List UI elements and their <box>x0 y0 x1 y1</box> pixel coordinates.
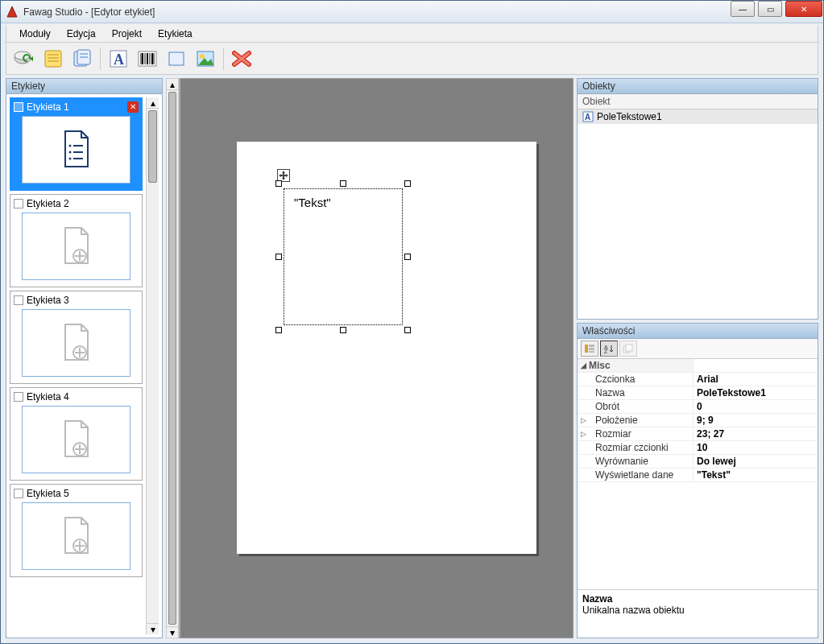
prop-category: ◢Misc <box>578 359 693 372</box>
label-close-1[interactable]: ✕ <box>127 101 139 113</box>
toolbar-notes[interactable] <box>69 46 95 72</box>
expand-icon[interactable]: ▷ <box>581 430 586 438</box>
objects-panel-header: Obiekty <box>578 79 818 94</box>
toolbar-sep-2 <box>223 47 224 70</box>
label-checkbox-3[interactable] <box>14 295 23 305</box>
label-preview-4 <box>22 406 130 473</box>
props-pages-button[interactable] <box>619 341 637 357</box>
menu-moduly[interactable]: Moduły <box>11 27 59 41</box>
labels-scrollbar[interactable]: ▴ ▾ <box>146 97 159 634</box>
properties-desc-title: Nazwa <box>582 593 813 605</box>
label-item-4[interactable]: Etykieta 4 <box>10 387 143 481</box>
properties-panel-header: Właściwości <box>578 324 818 339</box>
properties-panel: Właściwości AZ ◢Misc CzcionkaArial Nazw <box>577 323 818 638</box>
app-window: Fawag Studio - [Edytor etykiet] — ▭ ✕ Mo… <box>0 0 824 644</box>
label-item-3[interactable]: Etykieta 3 <box>10 291 143 384</box>
svg-text:A: A <box>114 52 124 68</box>
toolbar-form[interactable] <box>40 46 66 72</box>
label-preview-5 <box>22 502 130 570</box>
svg-rect-49 <box>589 351 594 353</box>
prop-row-wyswietlane[interactable]: Wyświetlane dane"Tekst" <box>578 469 818 482</box>
svg-rect-22 <box>169 52 184 65</box>
menu-etykieta[interactable]: Etykieta <box>150 27 201 41</box>
window-controls: — ▭ ✕ <box>729 1 823 23</box>
svg-rect-48 <box>589 348 594 350</box>
label-checkbox-4[interactable] <box>14 392 23 402</box>
expand-icon[interactable]: ▷ <box>581 416 586 424</box>
toolbar-delete[interactable] <box>229 46 255 72</box>
prop-row-czcionka[interactable]: CzcionkaArial <box>578 373 818 386</box>
handle-bot-left[interactable] <box>275 327 282 333</box>
svg-point-26 <box>68 145 71 147</box>
labels-scroll-thumb[interactable] <box>148 110 157 183</box>
svg-rect-47 <box>589 345 594 347</box>
close-button[interactable]: ✕ <box>785 1 822 17</box>
handle-top-mid[interactable] <box>340 180 346 187</box>
toolbar: A <box>6 43 818 75</box>
canvas-scroll-thumb[interactable] <box>168 92 176 625</box>
prop-row-rozmiar-czcionki[interactable]: Rozmiar czcionki10 <box>578 441 818 455</box>
properties-desc-text: Unikalna nazwa obiektu <box>582 605 813 616</box>
label-checkbox-5[interactable] <box>14 489 23 498</box>
prop-row-obrot[interactable]: Obrót0 <box>578 400 818 414</box>
objects-panel: Obiekty Obiekt A PoleTekstowe1 <box>577 78 818 320</box>
svg-rect-4 <box>45 51 61 67</box>
prop-row-rozmiar[interactable]: ▷Rozmiar23; 27 <box>578 427 818 441</box>
maximize-button[interactable]: ▭ <box>758 1 782 17</box>
prop-row-polozenie[interactable]: ▷Położenie9; 9 <box>578 414 818 427</box>
props-sort-button[interactable]: AZ <box>600 341 618 357</box>
handle-mid-left[interactable] <box>275 254 282 260</box>
selection-frame: "Tekst" <box>284 188 403 325</box>
toolbar-image[interactable] <box>193 46 218 72</box>
menu-projekt[interactable]: Projekt <box>104 27 150 41</box>
canvas-scrollbar-left[interactable]: ▴ ▾ <box>166 78 179 638</box>
label-name: Etykieta 5 <box>27 488 69 499</box>
handle-top-left[interactable] <box>275 180 282 187</box>
toolbar-text[interactable]: A <box>106 46 131 72</box>
label-name: Etykieta 3 <box>27 295 69 306</box>
main-area: Etykiety Etykieta 1 ✕ <box>6 78 818 638</box>
props-categorized-button[interactable] <box>581 341 598 357</box>
label-checkbox-2[interactable] <box>14 199 23 208</box>
label-item-5[interactable]: Etykieta 5 <box>10 484 143 577</box>
labels-list: Etykieta 1 ✕ Etykieta 2 <box>6 94 162 638</box>
app-icon <box>6 6 19 19</box>
center-area: ▴ ▾ "Tekst" <box>166 78 573 638</box>
svg-rect-46 <box>585 345 588 353</box>
toolbar-sep-1 <box>100 47 101 70</box>
svg-rect-53 <box>626 345 632 351</box>
label-checkbox-1[interactable] <box>14 102 23 112</box>
menu-bar: Moduły Edycja Projekt Etykieta <box>6 25 818 43</box>
canvas[interactable]: "Tekst" <box>179 78 573 638</box>
label-name: Etykieta 1 <box>27 101 69 113</box>
toolbar-rect[interactable] <box>164 46 189 72</box>
selected-textbox[interactable]: "Tekst" <box>279 184 408 330</box>
label-item-1[interactable]: Etykieta 1 ✕ <box>10 97 143 191</box>
label-item-2[interactable]: Etykieta 2 <box>10 194 143 287</box>
textbox-content: "Tekst" <box>294 196 331 209</box>
minimize-button[interactable]: — <box>731 1 755 17</box>
objects-empty <box>578 124 818 319</box>
handle-bot-mid[interactable] <box>340 327 346 333</box>
svg-text:Z: Z <box>604 349 608 353</box>
text-icon: A <box>582 111 594 122</box>
prop-row-wyrownanie[interactable]: WyrównanieDo lewej <box>578 455 818 469</box>
toolbar-refresh[interactable] <box>11 46 37 72</box>
handle-bot-right[interactable] <box>404 327 411 333</box>
properties-grid[interactable]: ◢Misc CzcionkaArial NazwaPoleTekstowe1 O… <box>578 359 818 589</box>
prop-row-nazwa[interactable]: NazwaPoleTekstowe1 <box>578 386 818 400</box>
svg-point-24 <box>200 54 205 59</box>
handle-top-right[interactable] <box>404 180 411 187</box>
labels-panel-header: Etykiety <box>6 79 162 94</box>
menu-edycja[interactable]: Edycja <box>59 27 104 41</box>
right-side: Obiekty Obiekt A PoleTekstowe1 Właściwoś… <box>577 78 818 638</box>
label-preview-1 <box>22 116 130 184</box>
object-item[interactable]: A PoleTekstowe1 <box>578 109 818 124</box>
label-preview-3 <box>22 309 130 377</box>
svg-marker-0 <box>7 6 17 17</box>
svg-point-28 <box>68 151 71 154</box>
properties-description: Nazwa Unikalna nazwa obiektu <box>578 589 818 638</box>
handle-mid-right[interactable] <box>404 254 411 260</box>
label-preview-2 <box>22 213 130 280</box>
toolbar-barcode[interactable] <box>135 46 160 72</box>
